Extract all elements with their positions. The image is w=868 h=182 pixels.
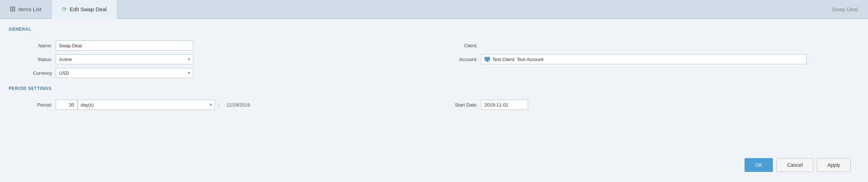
tab-items-list[interactable]: Items List [0, 0, 52, 18]
period-unit-select[interactable]: day(s) week(s) month(s) [77, 100, 215, 110]
period-settings-section: PERIOD SETTINGS Period: day(s) week(s) m… [9, 84, 859, 110]
ok-button[interactable]: OK [745, 158, 773, 172]
account-field[interactable]: Test Client: Test Account [481, 54, 807, 64]
status-select[interactable]: Active Inactive [56, 54, 193, 64]
client-label: Client: [434, 43, 477, 48]
svg-rect-0 [485, 57, 490, 60]
period-label: Period: [9, 102, 52, 108]
name-row: Name: Client: [9, 40, 859, 51]
period-unit-select-wrapper: day(s) week(s) month(s) ▼ [77, 100, 215, 110]
start-date-input[interactable] [481, 100, 528, 110]
tab-bar: Items List ⟳ Edit Swap Deal Swap Deal [0, 0, 868, 19]
name-input[interactable] [56, 40, 193, 51]
tab-edit-swap-deal[interactable]: ⟳ Edit Swap Deal [52, 0, 117, 19]
currency-left-col: Currency USD EUR GBP ▼ [9, 68, 434, 78]
account-label: Account: [434, 57, 477, 62]
currency-label: Currency [9, 70, 52, 76]
period-value-input[interactable] [56, 100, 77, 110]
period-left-col: Period: day(s) week(s) month(s) ▼ | 12/2… [9, 100, 434, 110]
start-date-label: Start Date: [434, 102, 477, 108]
grid-icon [10, 6, 15, 12]
edit-swap-deal-tab-label: Edit Swap Deal [69, 6, 107, 12]
svg-rect-1 [486, 60, 488, 61]
currency-select-wrapper: USD EUR GBP ▼ [56, 68, 193, 78]
period-row: Period: day(s) week(s) month(s) ▼ | 12/2… [9, 100, 859, 110]
status-row: Status: Active Inactive ▼ Account: [9, 54, 859, 64]
general-section-header: GENERAL [9, 27, 859, 32]
window-title: Swap Deal [831, 6, 858, 12]
currency-select[interactable]: USD EUR GBP [56, 68, 193, 78]
svg-rect-2 [486, 61, 489, 62]
swap-icon: ⟳ [62, 6, 67, 13]
name-label: Name: [9, 43, 52, 48]
items-list-tab-label: Items List [18, 6, 41, 12]
main-window: Items List ⟳ Edit Swap Deal Swap Deal GE… [0, 0, 868, 182]
name-left-col: Name: [9, 40, 434, 51]
pipe-divider: | [218, 102, 219, 108]
general-section: GENERAL Name: Client: Status: [9, 25, 859, 78]
period-section-header: PERIOD SETTINGS [9, 86, 859, 91]
footer: OK Cancel Apply [9, 116, 859, 176]
status-select-wrapper: Active Inactive ▼ [56, 54, 193, 64]
apply-button[interactable]: Apply [817, 158, 851, 172]
computed-date: 12/29/2019 [226, 102, 250, 108]
content-area: GENERAL Name: Client: Status: [0, 19, 868, 182]
account-small-icon [484, 57, 490, 62]
client-right-col: Client: [434, 43, 859, 48]
account-text: Test Client: Test Account [492, 57, 543, 62]
account-right-col: Account: Test Client: Test Account [434, 54, 859, 64]
status-left-col: Status: Active Inactive ▼ [9, 54, 434, 64]
status-label: Status: [9, 57, 52, 62]
cancel-button[interactable]: Cancel [776, 158, 813, 172]
currency-row: Currency USD EUR GBP ▼ [9, 68, 859, 78]
start-date-right-col: Start Date: [434, 100, 859, 110]
